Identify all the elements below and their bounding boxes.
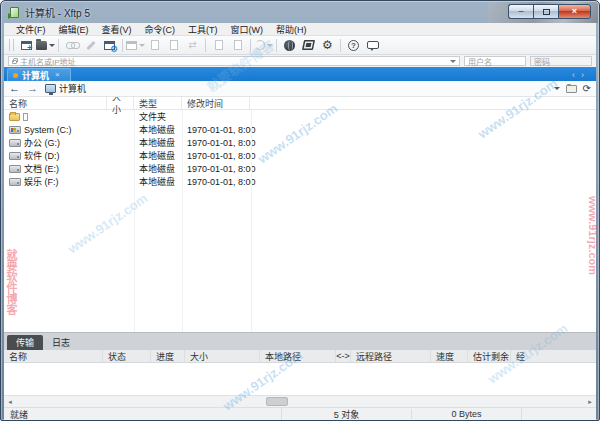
drive-icon [9,178,21,186]
status-text: 就绪 [4,408,281,421]
file-row-parent[interactable]: 文件夹 [4,110,596,123]
document-icon [151,40,159,50]
chevron-down-icon[interactable] [450,60,456,63]
size-total: 0 Bytes [411,409,521,419]
doc-button-disabled [145,37,164,54]
status-bar: 就绪 5 对象 0 Bytes [4,407,596,420]
chevron-down-icon [267,44,273,47]
tcol-remote-path[interactable]: 远程路径 [351,350,431,362]
sync-icon [255,40,265,50]
menu-bar: 文件(F) 编辑(E) 查看(V) 命令(C) 工具(T) 窗口(W) 帮助(H… [4,23,596,36]
toolbar: + ⚙ ⇄ ⚙ ? [4,36,596,55]
copy-icon [234,40,242,50]
menu-window[interactable]: 窗口(W) [225,22,270,37]
tcol-progress[interactable]: 进度 [151,350,185,362]
session-tab-strip: 计算机 × ‹› [4,67,596,81]
scrollbar-thumb[interactable] [266,397,288,406]
tab-log[interactable]: 日志 [43,335,79,350]
toolbar-grip[interactable] [9,39,14,51]
file-row-drive-d[interactable]: 软件 (D:) 本地磁盘 1970-01-01, 8:00 [4,149,596,162]
password-input[interactable]: 密码 [530,56,592,66]
folder-icon [9,113,20,121]
menu-tools[interactable]: 工具(T) [182,22,224,37]
tcol-eta[interactable]: 估计剩余… [468,350,511,362]
doc2-button-disabled [164,37,183,54]
tcol-direction[interactable]: <-> [336,350,351,362]
transfer-list-body [4,363,596,395]
navigation-bar: ← → 计算机 ⟳ [4,81,596,97]
open-session-button[interactable] [36,37,55,54]
system-drive-icon [9,126,21,134]
column-size[interactable]: 大小 [107,97,134,109]
file-row-drive-c[interactable]: System (C:) 本地磁盘 1970-01-01, 8:00 [4,123,596,136]
chevron-down-icon [49,44,55,47]
location-dropdown-icon[interactable] [554,87,560,90]
object-count: 5 对象 [281,408,411,421]
back-button[interactable]: ← [9,83,20,94]
minimize-button[interactable]: – [508,4,533,19]
menu-help[interactable]: 帮助(H) [270,22,313,37]
tab-close-icon[interactable]: × [55,71,60,79]
column-modified[interactable]: 修改时间 [182,97,250,109]
window-title: 计算机 - Xftp 5 [25,5,90,20]
scroll-right-arrow[interactable]: ▸ [584,396,596,407]
panels-icon [302,40,315,50]
browse-folder-icon[interactable] [566,85,577,93]
window-icon [126,41,137,50]
tcol-status[interactable]: 状态 [103,350,151,362]
title-bar[interactable]: 计算机 - Xftp 5 – × [1,1,599,23]
help-button[interactable]: ? [344,37,363,54]
close-button[interactable]: × [558,4,591,19]
menu-file[interactable]: 文件(F) [10,22,52,37]
copy2-button-disabled [228,37,247,54]
tab-scroll-arrows[interactable]: ‹› [572,70,590,80]
bottom-tab-strip: 传输 日志 [4,332,596,350]
tcol-elapsed[interactable]: 经 [511,350,596,362]
forward-button[interactable]: → [27,83,38,94]
connect-button-disabled [62,37,81,54]
session-properties-button[interactable]: ⚙ [100,37,119,54]
web-button[interactable] [280,37,299,54]
tcol-name[interactable]: 名称 [4,350,103,362]
username-input[interactable]: 用户名 [464,56,526,66]
tcol-size[interactable]: 大小 [185,350,260,362]
copy-button-disabled [209,37,228,54]
new-session-button[interactable]: + [17,37,36,54]
host-input[interactable]: 主机名或IP地址 [8,56,460,66]
column-name[interactable]: 名称 [4,97,107,109]
open-folder-icon [36,41,47,50]
new-session-icon: + [21,41,32,50]
xftp-window: 计算机 - Xftp 5 – × 文件(F) 编辑(E) 查看(V) 命令(C)… [0,0,600,421]
app-icon [8,6,21,19]
file-row-drive-f[interactable]: 娱乐 (F:) 本地磁盘 1970-01-01, 8:00 [4,175,596,188]
drive-icon [9,165,21,173]
location-path[interactable]: 计算机 [59,82,86,95]
host-placeholder: 主机名或IP地址 [20,56,76,67]
unnamed-item-glyph [23,113,28,121]
refresh-icon[interactable]: ⟳ [583,84,591,94]
file-row-drive-e[interactable]: 文档 (E:) 本地磁盘 1970-01-01, 8:00 [4,162,596,175]
link-icon [66,41,78,49]
layout-button[interactable] [299,37,318,54]
drive-icon [9,152,21,160]
menu-edit[interactable]: 编辑(E) [53,22,95,37]
tab-computer[interactable]: 计算机 × [7,68,71,81]
maximize-button[interactable] [533,4,558,19]
pencil-icon [86,40,95,49]
column-type[interactable]: 类型 [134,97,182,109]
computer-icon [45,84,56,93]
drive-icon [9,139,21,147]
edit-button-disabled [81,37,100,54]
tcol-speed[interactable]: 速度 [431,350,468,362]
settings-button[interactable]: ⚙ [318,37,337,54]
lock-icon [12,60,17,64]
file-row-drive-g[interactable]: 办公 (G:) 本地磁盘 1970-01-01, 8:00 [4,136,596,149]
scroll-left-arrow[interactable]: ◂ [4,396,16,407]
menu-view[interactable]: 查看(V) [96,22,138,37]
feedback-button[interactable] [363,37,382,54]
scrollbar-track[interactable] [16,396,584,407]
tcol-local-path[interactable]: 本地路径 [260,350,336,362]
menu-command[interactable]: 命令(C) [139,22,182,37]
horizontal-scrollbar[interactable]: ◂ ▸ [4,395,596,407]
tab-transfer[interactable]: 传输 [7,335,43,350]
